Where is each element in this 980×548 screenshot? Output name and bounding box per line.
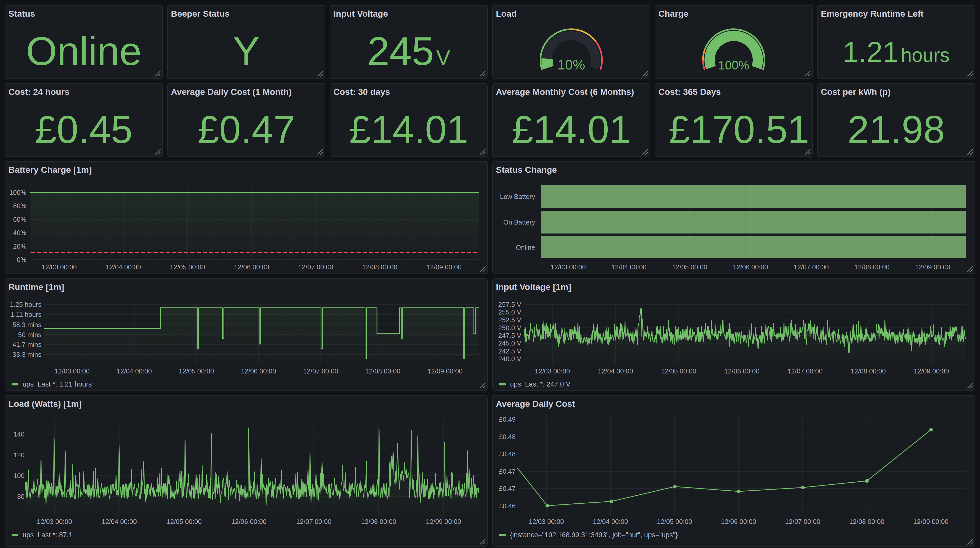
- svg-text:41.7 mins: 41.7 mins: [13, 341, 41, 348]
- svg-text:0%: 0%: [17, 256, 26, 263]
- svg-text:33.3 mins: 33.3 mins: [13, 350, 41, 358]
- svg-text:£0.48: £0.48: [499, 433, 515, 441]
- svg-text:12/07 00:00: 12/07 00:00: [785, 518, 820, 526]
- svg-text:12/09 00:00: 12/09 00:00: [428, 367, 463, 375]
- svg-text:12/08 00:00: 12/08 00:00: [365, 367, 400, 375]
- svg-text:257.5 V: 257.5 V: [498, 301, 521, 308]
- svg-text:12/07 00:00: 12/07 00:00: [296, 518, 331, 526]
- svg-text:12/05 00:00: 12/05 00:00: [170, 263, 205, 271]
- svg-text:ups Last *: 1.21 hours: ups Last *: 1.21 hours: [22, 381, 92, 388]
- svg-text:245.0 V: 245.0 V: [498, 339, 521, 347]
- svg-text:12/03 00:00: 12/03 00:00: [529, 518, 564, 526]
- svg-text:100%: 100%: [10, 189, 27, 196]
- svg-text:12/09 00:00: 12/09 00:00: [913, 518, 948, 526]
- svg-text:12/06 00:00: 12/06 00:00: [241, 367, 276, 375]
- svg-text:240.0 V: 240.0 V: [498, 355, 521, 363]
- svg-text:12/06 00:00: 12/06 00:00: [733, 263, 768, 271]
- svg-text:12/05 00:00: 12/05 00:00: [167, 518, 202, 526]
- svg-text:12/09 00:00: 12/09 00:00: [426, 518, 461, 526]
- svg-text:12/04 00:00: 12/04 00:00: [593, 518, 628, 526]
- svg-text:On Battery: On Battery: [503, 218, 535, 226]
- svg-text:12/08 00:00: 12/08 00:00: [849, 518, 885, 526]
- svg-text:12/04 00:00: 12/04 00:00: [117, 367, 152, 375]
- svg-text:247.5 V: 247.5 V: [498, 332, 521, 339]
- svg-text:1.25 hours: 1.25 hours: [10, 301, 41, 308]
- svg-text:12/04 00:00: 12/04 00:00: [611, 263, 646, 271]
- svg-text:Online: Online: [516, 244, 535, 251]
- svg-text:40%: 40%: [13, 229, 26, 237]
- svg-text:80%: 80%: [13, 202, 26, 210]
- svg-text:1.11 hours: 1.11 hours: [11, 311, 41, 319]
- svg-text:12/07 00:00: 12/07 00:00: [794, 263, 829, 271]
- svg-text:12/06 00:00: 12/06 00:00: [721, 518, 756, 526]
- svg-text:12/08 00:00: 12/08 00:00: [362, 263, 397, 271]
- svg-text:12/03 00:00: 12/03 00:00: [535, 367, 570, 375]
- svg-text:12/08 00:00: 12/08 00:00: [851, 367, 886, 375]
- svg-text:12/04 00:00: 12/04 00:00: [598, 367, 633, 375]
- svg-text:12/03 00:00: 12/03 00:00: [54, 367, 89, 375]
- svg-text:12/06 00:00: 12/06 00:00: [231, 518, 267, 526]
- svg-text:80: 80: [17, 493, 25, 500]
- svg-text:12/09 00:00: 12/09 00:00: [426, 263, 461, 271]
- svg-text:12/07 00:00: 12/07 00:00: [298, 263, 333, 271]
- svg-text:12/03 00:00: 12/03 00:00: [41, 263, 76, 271]
- svg-text:58.3 mins: 58.3 mins: [13, 321, 41, 328]
- svg-text:12/05 00:00: 12/05 00:00: [179, 367, 214, 375]
- svg-text:£0.46: £0.46: [499, 502, 515, 510]
- svg-text:60%: 60%: [13, 215, 26, 223]
- svg-text:ups Last *: 247.0 V: ups Last *: 247.0 V: [510, 381, 571, 388]
- svg-text:12/07 00:00: 12/07 00:00: [788, 367, 822, 375]
- svg-text:12/06 00:00: 12/06 00:00: [724, 367, 759, 375]
- svg-text:12/06 00:00: 12/06 00:00: [234, 263, 269, 271]
- svg-text:12/05 00:00: 12/05 00:00: [672, 263, 707, 271]
- svg-text:£0.47: £0.47: [499, 485, 515, 492]
- svg-text:Low Battery: Low Battery: [500, 193, 535, 201]
- svg-text:12/08 00:00: 12/08 00:00: [361, 518, 396, 526]
- svg-text:12/03 00:00: 12/03 00:00: [550, 263, 585, 271]
- svg-text:100%: 100%: [718, 59, 749, 72]
- svg-text:12/05 00:00: 12/05 00:00: [657, 518, 692, 526]
- svg-text:12/09 00:00: 12/09 00:00: [914, 367, 949, 375]
- svg-text:12/07 00:00: 12/07 00:00: [303, 367, 338, 375]
- svg-text:12/09 00:00: 12/09 00:00: [915, 263, 950, 271]
- svg-text:255.0 V: 255.0 V: [498, 308, 521, 316]
- svg-text:250.0 V: 250.0 V: [498, 324, 521, 332]
- svg-text:100: 100: [13, 472, 24, 480]
- svg-text:12/08 00:00: 12/08 00:00: [854, 263, 889, 271]
- svg-text:12/05 00:00: 12/05 00:00: [661, 367, 696, 375]
- svg-text:£0.47: £0.47: [499, 468, 515, 475]
- svg-text:ups Last *: 87.1: ups Last *: 87.1: [22, 531, 73, 539]
- svg-text:12/03 00:00: 12/03 00:00: [37, 518, 72, 526]
- svg-text:20%: 20%: [13, 242, 26, 250]
- svg-text:50 mins: 50 mins: [18, 331, 41, 339]
- svg-text:12/04 00:00: 12/04 00:00: [106, 263, 141, 271]
- svg-text:12/04 00:00: 12/04 00:00: [102, 518, 137, 526]
- svg-text:£0.49: £0.49: [499, 416, 515, 423]
- svg-text:140: 140: [13, 430, 24, 438]
- svg-text:242.5 V: 242.5 V: [498, 347, 521, 355]
- svg-text:{instance="192.168.99.31:3493": {instance="192.168.99.31:3493", job="nut…: [510, 531, 678, 539]
- svg-text:10%: 10%: [557, 57, 585, 72]
- svg-text:252.5 V: 252.5 V: [498, 316, 521, 324]
- svg-text:£0.48: £0.48: [499, 450, 515, 458]
- svg-text:120: 120: [13, 451, 24, 459]
